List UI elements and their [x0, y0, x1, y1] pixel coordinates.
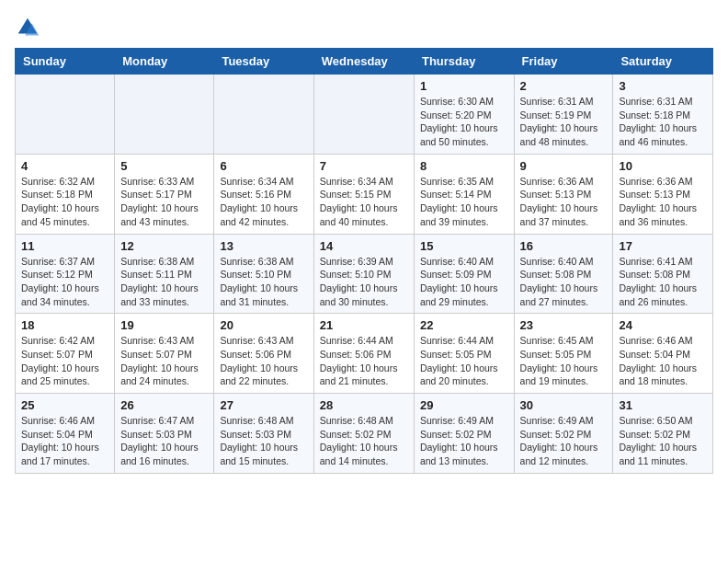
day-number: 13 — [220, 239, 307, 253]
calendar-week-row: 1Sunrise: 6:30 AM Sunset: 5:20 PM Daylig… — [16, 75, 713, 155]
day-number: 19 — [120, 318, 208, 332]
calendar-cell: 30Sunrise: 6:49 AM Sunset: 5:02 PM Dayli… — [514, 394, 613, 474]
calendar-cell: 20Sunrise: 6:43 AM Sunset: 5:06 PM Dayli… — [214, 314, 313, 394]
day-info: Sunrise: 6:46 AM Sunset: 5:04 PM Dayligh… — [619, 334, 707, 388]
day-info: Sunrise: 6:36 AM Sunset: 5:13 PM Dayligh… — [520, 175, 608, 229]
day-number: 12 — [120, 239, 208, 253]
day-info: Sunrise: 6:31 AM Sunset: 5:19 PM Dayligh… — [520, 95, 608, 149]
day-info: Sunrise: 6:46 AM Sunset: 5:04 PM Dayligh… — [21, 414, 108, 468]
calendar-cell: 12Sunrise: 6:38 AM Sunset: 5:11 PM Dayli… — [115, 234, 214, 314]
calendar-cell: 9Sunrise: 6:36 AM Sunset: 5:13 PM Daylig… — [514, 154, 613, 234]
day-header-friday: Friday — [514, 49, 613, 75]
calendar-cell: 11Sunrise: 6:37 AM Sunset: 5:12 PM Dayli… — [16, 234, 115, 314]
page-header — [15, 15, 713, 40]
calendar-cell: 31Sunrise: 6:50 AM Sunset: 5:02 PM Dayli… — [613, 394, 713, 474]
calendar-cell: 15Sunrise: 6:40 AM Sunset: 5:09 PM Dayli… — [414, 234, 514, 314]
calendar-cell: 24Sunrise: 6:46 AM Sunset: 5:04 PM Dayli… — [613, 314, 713, 394]
calendar-cell: 27Sunrise: 6:48 AM Sunset: 5:03 PM Dayli… — [214, 394, 313, 474]
logo — [15, 15, 44, 40]
day-number: 29 — [420, 398, 508, 412]
day-header-tuesday: Tuesday — [214, 49, 313, 75]
day-number: 10 — [619, 159, 707, 173]
day-info: Sunrise: 6:33 AM Sunset: 5:17 PM Dayligh… — [120, 175, 208, 229]
day-number: 11 — [21, 239, 108, 253]
day-info: Sunrise: 6:32 AM Sunset: 5:18 PM Dayligh… — [21, 175, 108, 229]
day-info: Sunrise: 6:39 AM Sunset: 5:10 PM Dayligh… — [320, 255, 408, 309]
day-header-saturday: Saturday — [613, 49, 713, 75]
day-info: Sunrise: 6:31 AM Sunset: 5:18 PM Dayligh… — [619, 95, 707, 149]
day-number: 26 — [120, 398, 208, 412]
calendar-cell: 22Sunrise: 6:44 AM Sunset: 5:05 PM Dayli… — [414, 314, 514, 394]
day-info: Sunrise: 6:49 AM Sunset: 5:02 PM Dayligh… — [420, 414, 508, 468]
day-info: Sunrise: 6:40 AM Sunset: 5:09 PM Dayligh… — [420, 255, 508, 309]
calendar-cell: 2Sunrise: 6:31 AM Sunset: 5:19 PM Daylig… — [514, 75, 613, 155]
calendar-cell: 7Sunrise: 6:34 AM Sunset: 5:15 PM Daylig… — [313, 154, 414, 234]
day-number: 16 — [520, 239, 608, 253]
day-info: Sunrise: 6:38 AM Sunset: 5:11 PM Dayligh… — [120, 255, 208, 309]
day-number: 15 — [420, 239, 508, 253]
calendar-cell: 29Sunrise: 6:49 AM Sunset: 5:02 PM Dayli… — [414, 394, 514, 474]
day-number: 8 — [420, 159, 508, 173]
calendar-cell: 1Sunrise: 6:30 AM Sunset: 5:20 PM Daylig… — [414, 75, 514, 155]
day-number: 2 — [520, 79, 608, 93]
calendar-cell: 19Sunrise: 6:43 AM Sunset: 5:07 PM Dayli… — [115, 314, 214, 394]
day-number: 30 — [520, 398, 608, 412]
day-number: 1 — [420, 79, 508, 93]
day-number: 23 — [520, 318, 608, 332]
day-info: Sunrise: 6:43 AM Sunset: 5:06 PM Dayligh… — [220, 334, 307, 388]
day-header-wednesday: Wednesday — [313, 49, 414, 75]
day-info: Sunrise: 6:36 AM Sunset: 5:13 PM Dayligh… — [619, 175, 707, 229]
day-info: Sunrise: 6:35 AM Sunset: 5:14 PM Dayligh… — [420, 175, 508, 229]
day-info: Sunrise: 6:37 AM Sunset: 5:12 PM Dayligh… — [21, 255, 108, 309]
day-info: Sunrise: 6:30 AM Sunset: 5:20 PM Dayligh… — [420, 95, 508, 149]
day-info: Sunrise: 6:49 AM Sunset: 5:02 PM Dayligh… — [520, 414, 608, 468]
day-info: Sunrise: 6:43 AM Sunset: 5:07 PM Dayligh… — [120, 334, 208, 388]
day-number: 27 — [220, 398, 307, 412]
calendar-cell: 28Sunrise: 6:48 AM Sunset: 5:02 PM Dayli… — [313, 394, 414, 474]
calendar-cell: 14Sunrise: 6:39 AM Sunset: 5:10 PM Dayli… — [313, 234, 414, 314]
day-number: 3 — [619, 79, 707, 93]
day-number: 5 — [120, 159, 208, 173]
day-info: Sunrise: 6:38 AM Sunset: 5:10 PM Dayligh… — [220, 255, 307, 309]
calendar-cell: 6Sunrise: 6:34 AM Sunset: 5:16 PM Daylig… — [214, 154, 313, 234]
day-number: 9 — [520, 159, 608, 173]
day-header-thursday: Thursday — [414, 49, 514, 75]
day-number: 22 — [420, 318, 508, 332]
calendar-cell — [214, 75, 313, 155]
calendar-cell: 18Sunrise: 6:42 AM Sunset: 5:07 PM Dayli… — [16, 314, 115, 394]
day-number: 14 — [320, 239, 408, 253]
day-info: Sunrise: 6:41 AM Sunset: 5:08 PM Dayligh… — [619, 255, 707, 309]
calendar-header-row: SundayMondayTuesdayWednesdayThursdayFrid… — [16, 49, 713, 75]
calendar-cell: 23Sunrise: 6:45 AM Sunset: 5:05 PM Dayli… — [514, 314, 613, 394]
day-number: 24 — [619, 318, 707, 332]
day-number: 7 — [320, 159, 408, 173]
day-info: Sunrise: 6:34 AM Sunset: 5:15 PM Dayligh… — [320, 175, 408, 229]
day-number: 18 — [21, 318, 108, 332]
calendar-cell: 10Sunrise: 6:36 AM Sunset: 5:13 PM Dayli… — [613, 154, 713, 234]
day-number: 31 — [619, 398, 707, 412]
calendar-cell: 25Sunrise: 6:46 AM Sunset: 5:04 PM Dayli… — [16, 394, 115, 474]
calendar-cell: 16Sunrise: 6:40 AM Sunset: 5:08 PM Dayli… — [514, 234, 613, 314]
calendar-week-row: 18Sunrise: 6:42 AM Sunset: 5:07 PM Dayli… — [16, 314, 713, 394]
calendar-week-row: 4Sunrise: 6:32 AM Sunset: 5:18 PM Daylig… — [16, 154, 713, 234]
calendar-table: SundayMondayTuesdayWednesdayThursdayFrid… — [15, 48, 713, 474]
calendar-cell: 8Sunrise: 6:35 AM Sunset: 5:14 PM Daylig… — [414, 154, 514, 234]
day-number: 28 — [320, 398, 408, 412]
day-number: 17 — [619, 239, 707, 253]
day-info: Sunrise: 6:48 AM Sunset: 5:02 PM Dayligh… — [320, 414, 408, 468]
day-info: Sunrise: 6:44 AM Sunset: 5:06 PM Dayligh… — [320, 334, 408, 388]
calendar-cell: 3Sunrise: 6:31 AM Sunset: 5:18 PM Daylig… — [613, 75, 713, 155]
day-header-monday: Monday — [115, 49, 214, 75]
day-number: 6 — [220, 159, 307, 173]
calendar-cell: 5Sunrise: 6:33 AM Sunset: 5:17 PM Daylig… — [115, 154, 214, 234]
calendar-week-row: 11Sunrise: 6:37 AM Sunset: 5:12 PM Dayli… — [16, 234, 713, 314]
day-number: 4 — [21, 159, 108, 173]
calendar-week-row: 25Sunrise: 6:46 AM Sunset: 5:04 PM Dayli… — [16, 394, 713, 474]
day-info: Sunrise: 6:45 AM Sunset: 5:05 PM Dayligh… — [520, 334, 608, 388]
calendar-cell: 13Sunrise: 6:38 AM Sunset: 5:10 PM Dayli… — [214, 234, 313, 314]
calendar-cell: 26Sunrise: 6:47 AM Sunset: 5:03 PM Dayli… — [115, 394, 214, 474]
day-header-sunday: Sunday — [16, 49, 115, 75]
day-info: Sunrise: 6:40 AM Sunset: 5:08 PM Dayligh… — [520, 255, 608, 309]
day-number: 21 — [320, 318, 408, 332]
calendar-cell — [313, 75, 414, 155]
